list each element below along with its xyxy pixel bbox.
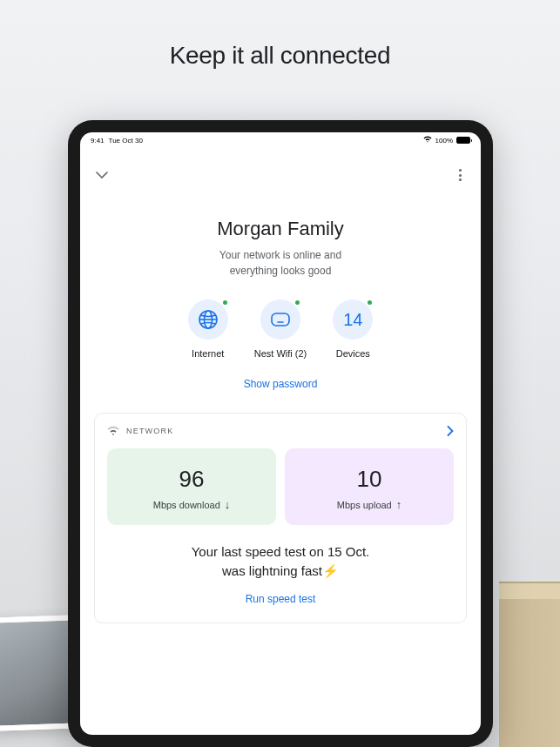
device-count: 14	[343, 310, 362, 330]
wifi-signal-icon	[107, 426, 119, 436]
globe-icon	[197, 308, 219, 331]
card-header-label: NETWORK	[126, 427, 173, 435]
card-header[interactable]: NETWORK	[107, 426, 454, 436]
network-name: Morgan Family	[80, 218, 481, 240]
upload-value: 10	[293, 466, 445, 493]
status-date: Tue Oct 30	[109, 137, 143, 145]
router-status-item[interactable]: Nest Wifi (2)	[254, 299, 307, 359]
battery-icon	[456, 137, 470, 144]
network-card: NETWORK 96 Mbps download ↓ 10 M	[94, 413, 467, 623]
chevron-right-icon	[447, 426, 454, 436]
arrow-down-icon: ↓	[225, 498, 231, 511]
upload-speed-box: 10 Mbps upload ↑	[285, 448, 454, 525]
download-value: 96	[116, 466, 267, 493]
internet-status-item[interactable]: Internet	[188, 299, 228, 359]
status-label: Nest Wifi (2)	[254, 348, 307, 359]
chevron-down-icon	[96, 172, 108, 178]
download-label: Mbps download	[153, 500, 220, 510]
wifi-icon	[423, 136, 432, 145]
app-header	[80, 146, 481, 193]
status-dot-online	[221, 299, 229, 306]
svg-rect-3	[272, 313, 289, 326]
status-dot-online	[293, 299, 301, 306]
tablet-screen: 9:41 Tue Oct 30 100% Morgan Family Your …	[80, 132, 481, 735]
status-bar: 9:41 Tue Oct 30 100%	[80, 132, 481, 146]
collapse-button[interactable]	[96, 169, 108, 181]
download-speed-box: 96 Mbps download ↓	[107, 448, 276, 525]
promo-title: Keep it all connected	[0, 0, 560, 70]
battery-percent: 100%	[435, 137, 453, 145]
speed-test-message: Your last speed test on 15 Oct. was ligh…	[107, 542, 454, 581]
upload-label: Mbps upload	[337, 500, 392, 510]
background-cabinet	[499, 582, 560, 747]
devices-status-item[interactable]: 14 Devices	[333, 299, 373, 359]
tablet-frame: 9:41 Tue Oct 30 100% Morgan Family Your …	[68, 120, 493, 747]
arrow-up-icon: ↑	[396, 498, 402, 511]
status-dot-online	[366, 299, 374, 306]
status-icons-row: Internet Nest Wifi (2) 14 Devices	[80, 299, 481, 359]
run-speed-test-button[interactable]: Run speed test	[107, 593, 454, 605]
status-time: 9:41	[91, 137, 105, 145]
router-icon	[269, 311, 292, 328]
status-label: Devices	[336, 348, 370, 359]
status-label: Internet	[192, 348, 224, 359]
network-status-text: Your network is online and everything lo…	[80, 247, 481, 279]
more-menu-button[interactable]	[455, 165, 465, 185]
show-password-button[interactable]: Show password	[80, 378, 481, 390]
